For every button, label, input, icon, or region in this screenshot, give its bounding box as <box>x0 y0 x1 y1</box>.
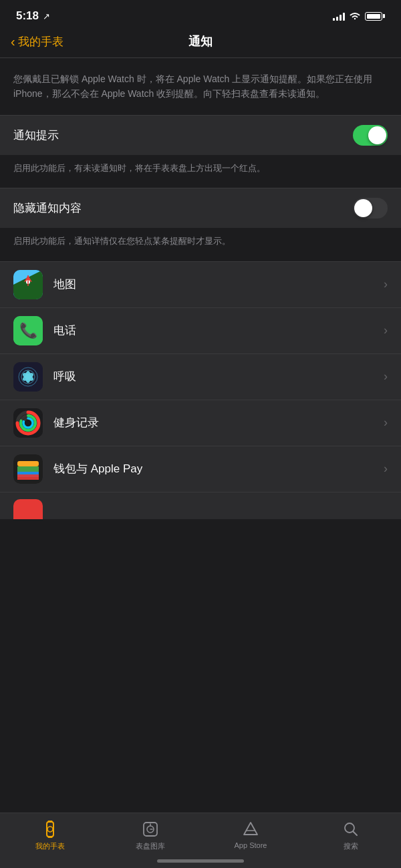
notification-indicator-toggle[interactable] <box>353 125 388 146</box>
phone-chevron: › <box>384 323 388 337</box>
main-description-block: 您佩戴且已解锁 Apple Watch 时，将在 Apple Watch 上显示… <box>0 58 401 115</box>
notification-indicator-desc: 启用此功能后，有未读通知时，将在手表表盘上方出现一个红点。 <box>13 162 388 175</box>
maps-chevron: › <box>384 277 388 291</box>
back-label: 我的手表 <box>18 34 63 49</box>
breathe-icon <box>13 362 43 392</box>
hide-content-desc-block: 启用此功能后，通知详情仅在您轻点某条提醒时才显示。 <box>0 228 401 261</box>
search-tab-icon <box>342 820 360 839</box>
wallet-label: 钱包与 Apple Pay <box>53 461 384 476</box>
wallet-icon <box>13 454 43 484</box>
fitness-icon <box>13 408 43 438</box>
svg-point-27 <box>47 827 53 832</box>
face-gallery-icon <box>141 820 160 839</box>
tab-face-gallery-label: 表盘图库 <box>136 841 165 851</box>
app-row-phone[interactable]: 📞 电话 › <box>0 308 401 354</box>
my-watch-icon <box>41 820 59 839</box>
nav-bar: ‹ 我的手表 通知 <box>0 28 401 57</box>
tab-search-label: 搜索 <box>344 841 358 851</box>
notification-indicator-desc-block: 启用此功能后，有未读通知时，将在手表表盘上方出现一个红点。 <box>0 155 401 188</box>
chevron-left-icon: ‹ <box>11 34 15 49</box>
svg-rect-22 <box>17 461 39 466</box>
partial-app-row <box>0 492 401 519</box>
hide-content-toggle[interactable] <box>353 198 388 219</box>
svg-line-36 <box>354 832 358 836</box>
tab-search[interactable]: 搜索 <box>301 820 401 851</box>
app-row-fitness[interactable]: 健身记录 › <box>0 400 401 446</box>
tab-bar: 我的手表 表盘图库 App Store <box>0 813 401 868</box>
tab-app-store-label: App Store <box>235 841 267 849</box>
main-description-text: 您佩戴且已解锁 Apple Watch 时，将在 Apple Watch 上显示… <box>13 71 388 102</box>
wallet-chevron: › <box>384 462 388 476</box>
battery-icon <box>365 12 385 21</box>
status-time: 5:18 <box>16 9 39 23</box>
notification-indicator-row[interactable]: 通知提示 <box>0 116 401 155</box>
partial-icon <box>13 499 43 519</box>
status-icons <box>333 11 385 21</box>
wifi-icon <box>349 11 361 21</box>
hide-content-row[interactable]: 隐藏通知内容 <box>0 188 401 228</box>
signal-icon <box>333 11 345 21</box>
phone-icon: 📞 <box>13 316 43 345</box>
tab-my-watch[interactable]: 我的手表 <box>0 820 100 851</box>
svg-rect-23 <box>17 466 39 472</box>
maps-label: 地图 <box>53 277 384 292</box>
svg-rect-25 <box>17 474 39 480</box>
breathe-chevron: › <box>384 370 388 384</box>
svg-rect-28 <box>48 821 53 823</box>
hide-content-label: 隐藏通知内容 <box>13 200 82 216</box>
hide-content-desc: 启用此功能后，通知详情仅在您轻点某条提醒时才显示。 <box>13 235 388 248</box>
app-row-breathe[interactable]: 呼吸 › <box>0 354 401 400</box>
tab-face-gallery[interactable]: 表盘图库 <box>100 820 200 851</box>
toggle-thumb <box>368 126 386 144</box>
fitness-label: 健身记录 <box>53 415 384 430</box>
svg-rect-29 <box>48 836 53 838</box>
app-store-icon <box>241 820 260 839</box>
notification-indicator-section: 通知提示 <box>0 116 401 155</box>
app-row-wallet[interactable]: 钱包与 Apple Pay › <box>0 446 401 492</box>
notification-indicator-label: 通知提示 <box>13 128 59 143</box>
page-title: 通知 <box>188 33 213 49</box>
back-button[interactable]: ‹ 我的手表 <box>11 34 63 49</box>
content-area: 您佩戴且已解锁 Apple Watch 时，将在 Apple Watch 上显示… <box>0 58 401 805</box>
breathe-label: 呼吸 <box>53 369 384 384</box>
app-list: 地图 › 📞 电话 › <box>0 262 401 519</box>
fitness-chevron: › <box>384 416 388 430</box>
tab-my-watch-label: 我的手表 <box>35 841 65 851</box>
tab-app-store[interactable]: App Store <box>200 820 301 849</box>
home-indicator <box>157 859 244 863</box>
location-icon: ↗ <box>43 11 50 21</box>
hide-content-section: 隐藏通知内容 <box>0 188 401 228</box>
toggle-thumb-2 <box>354 199 372 217</box>
svg-text:📞: 📞 <box>19 321 38 339</box>
phone-label: 电话 <box>53 323 384 338</box>
maps-icon <box>13 270 43 299</box>
status-bar: 5:18 ↗ <box>0 0 401 28</box>
app-row-maps[interactable]: 地图 › <box>0 262 401 308</box>
